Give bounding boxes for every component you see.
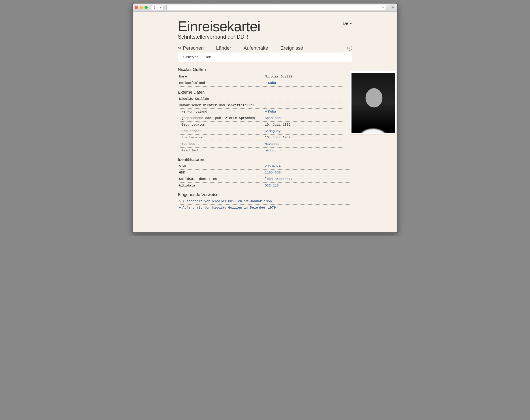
reload-icon[interactable]: ↻ bbox=[381, 6, 384, 9]
external-key: Geburtsdatum bbox=[181, 122, 265, 127]
incoming-link[interactable]: ↪Aufenthalt von Nicolás Guillén im Dezem… bbox=[178, 205, 352, 211]
nav-item-aufenthalte[interactable]: Aufenthalte bbox=[244, 45, 268, 51]
arrow-icon: ↪ bbox=[265, 81, 267, 85]
separator bbox=[178, 63, 352, 63]
nav-item-laender[interactable]: Länder bbox=[216, 45, 231, 51]
external-key: Geschlecht bbox=[181, 148, 265, 153]
page-content: De ▼ Einreisekartei Schriftstellerverban… bbox=[132, 12, 398, 232]
external-key: Herkunftsland bbox=[181, 109, 265, 114]
portrait-image bbox=[352, 73, 395, 133]
external-value-link[interactable]: Camagüey bbox=[265, 129, 281, 134]
external-key: Sterbedatum bbox=[181, 135, 265, 140]
identifier-value-link[interactable]: 118543504 bbox=[265, 170, 283, 175]
section-heading-external: Externe Daten bbox=[178, 90, 343, 95]
record-title: Nicolás Guillén bbox=[178, 67, 343, 72]
browser-chrome: ⟨ ⟩ ↻ + bbox=[132, 3, 398, 12]
external-key: gesprochene oder publizierte Sprachen bbox=[181, 116, 265, 121]
external-row: Geschlecht männlich bbox=[178, 148, 343, 154]
site-title: Einreisekartei bbox=[178, 18, 352, 35]
external-value-link[interactable]: männlich bbox=[265, 148, 281, 153]
section-heading-identifiers: Identifikatoren bbox=[178, 157, 352, 162]
record-value: Nicolás Guillén bbox=[265, 74, 294, 79]
browser-back-button[interactable]: ⟨ bbox=[151, 5, 157, 10]
external-value: 16. Juli 1989 bbox=[265, 135, 291, 140]
chevron-down-icon: ▼ bbox=[350, 22, 352, 25]
maximize-window-button[interactable] bbox=[145, 6, 147, 9]
site-subtitle: Schriftstellerverband der DDR bbox=[178, 34, 352, 40]
breadcrumb: ↪Nicolás Guillén bbox=[178, 53, 352, 61]
identifier-row: WorldCat Identities lccn-n50018817 bbox=[178, 176, 352, 182]
arrow-icon: ↪ bbox=[265, 110, 267, 114]
identifier-key: VIAF bbox=[179, 164, 265, 169]
info-icon[interactable]: i bbox=[347, 46, 352, 51]
minimize-window-button[interactable] bbox=[140, 6, 143, 9]
language-switcher[interactable]: De ▼ bbox=[343, 21, 352, 26]
section-heading-incoming: Eingehende Verweise bbox=[178, 192, 352, 197]
traffic-lights bbox=[135, 6, 147, 9]
record-value-link[interactable]: ↪Kuba bbox=[265, 81, 276, 86]
browser-window: ⟨ ⟩ ↻ + De ▼ Einreisekartei Schriftstell… bbox=[132, 3, 398, 233]
breadcrumb-current: Nicolás Guillén bbox=[186, 55, 211, 59]
external-key: Geburtsort bbox=[181, 129, 265, 134]
arrow-icon: ↪ bbox=[179, 206, 181, 210]
arrow-icon: ↪ bbox=[181, 55, 184, 59]
identifier-key: Wikidata bbox=[179, 183, 265, 188]
record-row: Herkunftsland ↪Kuba bbox=[178, 80, 343, 87]
external-row: Geburtsdatum 10. Juli 1902 bbox=[178, 122, 343, 128]
external-name: Nicolás Guillén bbox=[178, 96, 343, 102]
arrow-icon: ↪ bbox=[179, 199, 181, 203]
external-row: Sterbedatum 16. Juli 1989 bbox=[178, 135, 343, 141]
record-key: Name bbox=[179, 74, 265, 79]
nav-item-personen[interactable]: Personen bbox=[183, 45, 204, 51]
external-row: Herkunftsland ↪Kuba bbox=[178, 109, 343, 115]
identifier-value-link[interactable]: 29534974 bbox=[265, 164, 281, 169]
nav-item-ereignisse[interactable]: Ereignisse bbox=[280, 45, 303, 51]
identifier-value-link[interactable]: Q334118 bbox=[265, 183, 279, 188]
external-row: Sterbeort Havanna bbox=[178, 141, 343, 148]
incoming-link[interactable]: ↪Aufenthalt von Nicolás Guillén im Janua… bbox=[178, 198, 352, 205]
external-value-link[interactable]: ↪Kuba bbox=[265, 109, 276, 114]
external-row: gesprochene oder publizierte Sprachen Sp… bbox=[178, 115, 343, 122]
identifier-key: WorldCat Identities bbox=[179, 177, 265, 182]
main-nav: ↪ Personen Länder Aufenthalte Ereignisse… bbox=[178, 45, 352, 51]
record-key: Herkunftsland bbox=[179, 81, 265, 86]
external-value-link[interactable]: Havanna bbox=[265, 141, 279, 147]
record-row: Name Nicolás Guillén bbox=[178, 74, 343, 80]
browser-nav-buttons: ⟨ ⟩ bbox=[151, 5, 163, 10]
identifier-row: VIAF 29534974 bbox=[178, 163, 352, 170]
nav-back-icon[interactable]: ↪ bbox=[178, 45, 182, 51]
new-tab-button[interactable]: + bbox=[390, 3, 395, 12]
identifier-row: Wikidata Q334118 bbox=[178, 183, 352, 189]
external-value-link[interactable]: Spanisch bbox=[265, 116, 281, 121]
address-bar[interactable]: ↻ bbox=[166, 5, 386, 10]
identifier-row: GND 118543504 bbox=[178, 170, 352, 176]
browser-forward-button[interactable]: ⟩ bbox=[157, 5, 163, 10]
language-current: De bbox=[343, 21, 348, 26]
close-window-button[interactable] bbox=[135, 6, 138, 9]
external-value: 10. Juli 1902 bbox=[265, 122, 291, 127]
external-description: kubanischer Dichter und Schriftsteller bbox=[178, 102, 343, 109]
identifier-value-link[interactable]: lccn-n50018817 bbox=[265, 177, 293, 182]
external-key: Sterbeort bbox=[181, 141, 265, 147]
record-photo bbox=[350, 71, 396, 134]
identifier-key: GND bbox=[179, 170, 265, 175]
external-row: Geburtsort Camagüey bbox=[178, 128, 343, 135]
